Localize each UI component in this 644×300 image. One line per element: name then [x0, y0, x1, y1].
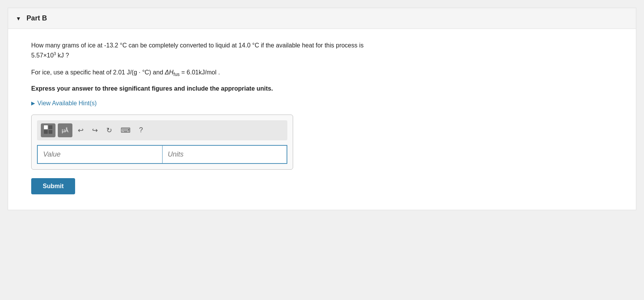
- keyboard-button[interactable]: ⌨: [117, 125, 134, 136]
- matrix-icon: [44, 125, 52, 135]
- undo-icon: ↩: [78, 126, 84, 135]
- part-section: ▼ Part B How many grams of ice at -13.2 …: [8, 8, 636, 210]
- svg-rect-3: [49, 130, 52, 134]
- svg-rect-0: [44, 125, 48, 129]
- part-body: How many grams of ice at -13.2 °C can be…: [8, 29, 636, 210]
- matrix-icon-button[interactable]: [41, 123, 55, 137]
- question-text: How many grams of ice at -13.2 °C can be…: [31, 40, 613, 61]
- undo-button[interactable]: ↩: [75, 125, 87, 136]
- keyboard-icon: ⌨: [121, 126, 131, 135]
- mu-units-button[interactable]: μÅ: [58, 123, 72, 137]
- hint-label: View Available Hint(s): [37, 100, 97, 107]
- hint-arrow-icon: ▶: [31, 100, 35, 106]
- input-row: [37, 145, 287, 164]
- mu-units-icon: μÅ: [62, 127, 68, 133]
- units-input[interactable]: [162, 145, 288, 164]
- redo-icon: ↪: [92, 126, 98, 135]
- value-input[interactable]: [37, 145, 162, 164]
- view-hints-link[interactable]: ▶ View Available Hint(s): [31, 100, 613, 107]
- collapse-arrow-icon[interactable]: ▼: [16, 15, 21, 22]
- help-icon: ?: [139, 126, 143, 134]
- svg-rect-1: [49, 125, 52, 129]
- answer-box: μÅ ↩ ↪ ↻ ⌨ ?: [31, 115, 293, 170]
- page-container: ▼ Part B How many grams of ice at -13.2 …: [0, 0, 644, 300]
- part-title: Part B: [27, 14, 47, 22]
- express-text: Express your answer to three significant…: [31, 85, 613, 92]
- help-button[interactable]: ?: [136, 125, 146, 136]
- toolbar: μÅ ↩ ↪ ↻ ⌨ ?: [37, 120, 287, 140]
- redo-button[interactable]: ↪: [89, 125, 101, 136]
- refresh-button[interactable]: ↻: [103, 125, 115, 136]
- part-header: ▼ Part B: [8, 8, 636, 29]
- submit-button[interactable]: Submit: [31, 178, 75, 194]
- formula-text: For ice, use a specific heat of 2.01 J/(…: [31, 67, 613, 78]
- refresh-icon: ↻: [106, 126, 112, 135]
- svg-rect-2: [44, 130, 48, 134]
